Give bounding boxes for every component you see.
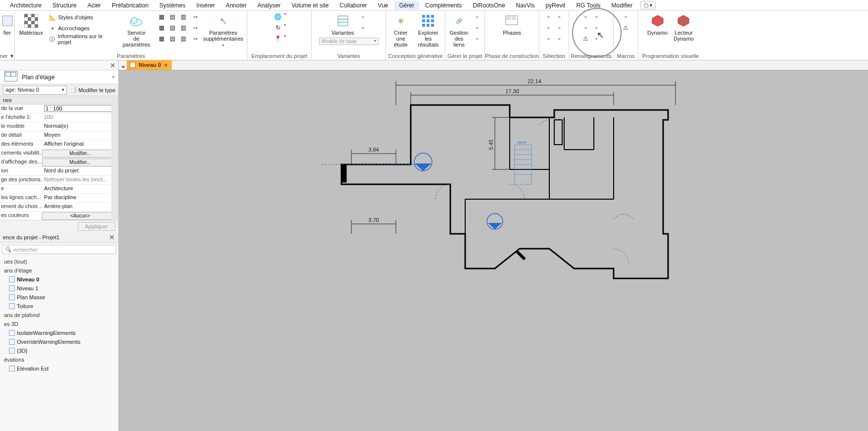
mp-b[interactable]: ▫ — [472, 23, 482, 33]
prop-input[interactable] — [44, 105, 116, 112]
snaps-button[interactable]: ⌖Accrochages — [47, 23, 116, 34]
prop-row[interactable]: cements visibilit...Modifier... — [0, 149, 118, 158]
sel-c[interactable]: ▫ — [544, 23, 554, 33]
menu-item-analyser[interactable]: Analyser — [252, 1, 286, 10]
prop-row[interactable]: ionNord du projet — [0, 167, 118, 176]
object-styles-button[interactable]: 📐Styles d'objets — [47, 12, 116, 23]
pg2-b[interactable]: ▫ ▾ — [191, 23, 200, 33]
pg2-c[interactable]: ▫ ▾ — [191, 34, 200, 44]
menu-item-annoter[interactable]: Annoter — [221, 1, 251, 10]
tree-item[interactable]: évations — [2, 355, 116, 364]
menu-item-pyrevit[interactable]: pyRevit — [540, 1, 570, 10]
macro-b[interactable]: ⚠ — [621, 23, 631, 33]
tree-item[interactable]: Plan Masse — [2, 293, 116, 302]
properties-category[interactable]: Plan d'étage ▾ — [0, 70, 118, 84]
inf-f[interactable]: ▫ — [592, 34, 602, 44]
mp-a[interactable]: ▫ — [472, 12, 482, 22]
tree-item[interactable]: {3D} — [2, 346, 116, 355]
prop-row[interactable]: ge des jonctions...Nettoyer toutes les j… — [0, 176, 118, 185]
location-point-button[interactable]: 📍 — [273, 34, 283, 44]
menu-item-dirootsone[interactable]: DiRootsOne — [468, 1, 510, 10]
mp-c[interactable]: ▫ — [472, 34, 482, 44]
inf-c[interactable]: ▫ — [581, 23, 591, 33]
tree-item[interactable]: Niveau 0 — [2, 275, 116, 284]
sel-d[interactable]: ▫ — [555, 23, 565, 33]
explore-results-button[interactable]: Explorerles résultats — [415, 12, 442, 49]
prop-value[interactable]: Normal(e) — [42, 122, 118, 131]
prop-value[interactable]: Modifier... — [42, 150, 118, 158]
pg2-a[interactable]: ▫ ▾ — [191, 12, 200, 22]
prop-row[interactable]: e l'échelle 1:100 — [0, 113, 118, 122]
sel-f[interactable]: ▫ — [555, 34, 565, 44]
variant-dropdown[interactable]: Modèle de base▾ — [319, 38, 379, 45]
dynamo-player-button[interactable]: LecteurDynamo — [672, 12, 696, 43]
inf-a[interactable]: ▫ — [581, 12, 591, 22]
browser-search-input[interactable]: 🔍 echercher — [2, 245, 116, 254]
pg1-d[interactable]: ▦ — [157, 23, 167, 33]
prop-row[interactable]: es couleurs<Aucun> — [0, 212, 118, 220]
menu-item-architecture[interactable]: Architecture — [5, 1, 47, 10]
tree-item[interactable]: Elévation Est — [2, 364, 116, 373]
menu-item-ins-rer[interactable]: Insérer — [192, 1, 220, 10]
create-study-button[interactable]: ✳️ Créerune étude — [389, 12, 413, 49]
menu-item-vue[interactable]: Vue — [373, 1, 393, 10]
menu-item-collaborer[interactable]: Collaborer — [335, 1, 372, 10]
inf-b[interactable]: ▫ — [592, 12, 602, 22]
prop-value[interactable]: Arrière-plan — [42, 203, 118, 211]
location-rotate-button[interactable]: ↻ — [273, 23, 283, 33]
tree-item[interactable]: Niveau 1 — [2, 284, 116, 293]
menu-item-volume-et-site[interactable]: Volume et site — [287, 1, 334, 10]
tab-close-icon[interactable]: × — [164, 61, 168, 69]
scrollbar-vertical[interactable] — [111, 96, 118, 220]
ribbon-expand-button[interactable]: ▢ ▾ — [640, 1, 656, 9]
menu-item-structure[interactable]: Structure — [48, 1, 82, 10]
drawing-viewport[interactable]: 22.14 17.30 — [119, 70, 868, 431]
dynamo-button[interactable]: Dynamo — [645, 12, 670, 37]
prop-value[interactable]: 100 — [42, 113, 118, 122]
pg1-c[interactable]: ▥ — [179, 12, 189, 22]
prop-value[interactable]: Nord du projet — [42, 167, 118, 175]
view-tab-active[interactable]: Niveau 0 × — [127, 60, 172, 70]
menu-item-pr-fabrication[interactable]: Préfabrication — [107, 1, 153, 10]
tree-item[interactable]: IsolateWarningElements — [2, 328, 116, 337]
menu-item-compl-ments[interactable]: Compléments — [420, 1, 467, 10]
sel-b[interactable]: ▫ — [555, 12, 565, 22]
menu-item-modifier[interactable]: Modifier — [607, 1, 638, 10]
tree-item[interactable]: Toiture — [2, 302, 116, 311]
addl-params-button[interactable]: 🔧 Paramètressupplémentaires ▾ — [202, 12, 244, 50]
tree-item[interactable]: ans de plafond — [2, 311, 116, 320]
prop-value[interactable]: Moyen — [42, 131, 118, 140]
inf-e[interactable]: ⚠ — [581, 34, 591, 44]
prop-value[interactable]: Modifier... — [42, 159, 118, 166]
manage-links-button[interactable]: 🔗Gestiondes liens — [448, 12, 471, 49]
location-globe-button[interactable]: 🌐 — [273, 12, 283, 22]
prop-row[interactable]: le modèleNormal(e) — [0, 122, 118, 131]
apply-button[interactable]: Appliquer — [78, 222, 115, 231]
close-icon[interactable]: ✕ — [109, 62, 116, 69]
var-sm-2[interactable]: ▫ — [358, 23, 368, 33]
pg1-b[interactable]: ▤ — [168, 12, 178, 22]
menu-item-syst-mes[interactable]: Systèmes — [154, 1, 191, 10]
browser-close-icon[interactable]: ✕ — [108, 234, 115, 241]
prop-value[interactable] — [42, 105, 118, 113]
pg1-g[interactable]: ▦ — [157, 34, 167, 44]
tree-item[interactable]: ues (tout) — [2, 257, 116, 266]
prop-value[interactable]: Architecture — [42, 185, 118, 193]
tree-item[interactable]: OverrideWarningElements — [2, 337, 116, 346]
prop-value[interactable]: Nettoyer toutes les jonct... — [42, 176, 118, 184]
pg1-h[interactable]: ▤ — [168, 34, 178, 44]
prop-row[interactable]: de détailMoyen — [0, 131, 118, 140]
tree-item[interactable]: es 3D — [2, 320, 116, 328]
prop-value[interactable]: Afficher l'original — [42, 140, 118, 149]
sel-a[interactable]: ▫ — [544, 12, 554, 22]
variants-button[interactable]: Variantes — [330, 12, 356, 37]
prop-value[interactable]: <Aucun> — [42, 212, 118, 220]
pg1-i[interactable]: ▥ — [179, 34, 189, 44]
phases-button[interactable]: Phases — [501, 12, 523, 37]
tab-prev-button[interactable]: ◂ — [119, 63, 127, 70]
inf-d[interactable]: ▫ — [592, 23, 602, 33]
prop-row[interactable]: des élémentsAfficher l'original — [0, 140, 118, 149]
menu-item-navvis[interactable]: NavVis — [511, 1, 540, 10]
tree-item[interactable]: ans d'étage — [2, 266, 116, 275]
pg1-f[interactable]: ▥ — [179, 23, 189, 33]
